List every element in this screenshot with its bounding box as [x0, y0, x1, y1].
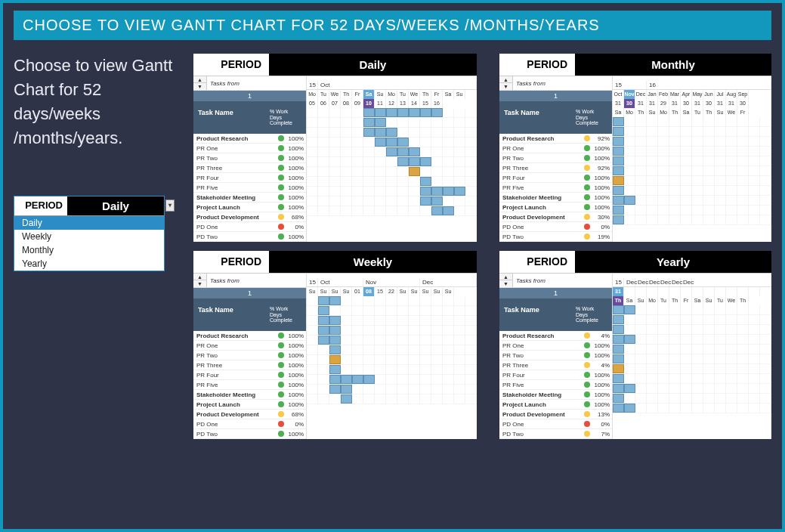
- gantt-cell: [341, 138, 352, 147]
- task-row: Product Research92%: [499, 134, 612, 144]
- gantt-cell: [443, 167, 454, 176]
- gantt-cell: [443, 118, 454, 127]
- chevron-down-icon[interactable]: ▾: [165, 200, 175, 212]
- task-pct: 0%: [286, 224, 306, 230]
- gantt-cell: [443, 206, 454, 215]
- gantt-h2: Fr: [352, 90, 363, 99]
- gantt-cell: [409, 385, 420, 394]
- gantt-cell: [341, 365, 352, 374]
- gantt-cell: [386, 157, 397, 166]
- gantt-cell: [341, 345, 352, 354]
- gantt-cell: [703, 156, 715, 165]
- gantt-cell: [409, 355, 420, 364]
- dropdown-item-monthly[interactable]: Monthly: [14, 243, 164, 257]
- nav-down-icon[interactable]: ▼: [193, 83, 206, 90]
- gantt-cell: [669, 127, 681, 136]
- gantt-cell: [443, 375, 454, 384]
- gantt-cell: [363, 345, 375, 354]
- gantt-h2: 08: [363, 287, 375, 296]
- gantt-cell: [454, 365, 465, 374]
- nav-up-icon[interactable]: ▲: [193, 76, 206, 83]
- gantt-cell: [749, 404, 760, 413]
- gantt-cell: [760, 374, 771, 383]
- gantt-cell: [726, 384, 737, 393]
- nav-down-icon[interactable]: ▼: [193, 280, 206, 287]
- gantt-cell: [692, 394, 703, 403]
- gantt-cell: [692, 127, 703, 136]
- status-dot: [584, 135, 590, 141]
- gantt-cell: [647, 364, 658, 373]
- gantt-cell: [749, 305, 760, 314]
- gantt-cell: [409, 336, 420, 345]
- gantt-cell: [375, 147, 386, 156]
- gantt-cell: [352, 108, 363, 117]
- gantt-cell: [307, 196, 318, 206]
- gantt-h2: We: [409, 90, 420, 99]
- gantt-cell: [624, 166, 635, 175]
- gantt-cell: [647, 176, 658, 185]
- gantt-cell: [386, 345, 397, 354]
- gantt-h2: Dec: [635, 90, 647, 99]
- gantt-cell: [737, 147, 749, 156]
- gantt-cell: [431, 196, 443, 206]
- gantt-cell: [749, 374, 760, 383]
- dropdown-item-weekly[interactable]: Weekly: [14, 230, 164, 243]
- gantt-cell: [363, 306, 375, 315]
- gantt-cell: [635, 335, 647, 344]
- gantt-h2: Su: [420, 287, 431, 296]
- gantt-cell: [726, 345, 737, 354]
- period-dropdown[interactable]: PERIOD Daily ▾ Daily Weekly Monthly Year…: [14, 196, 165, 271]
- gantt-cell: [454, 326, 465, 335]
- gantt-cell: [737, 206, 749, 215]
- gantt-cell: [431, 128, 443, 137]
- gantt-cell: [635, 196, 647, 205]
- dropdown-item-daily[interactable]: Daily: [14, 216, 164, 230]
- gantt-cell: [647, 117, 658, 126]
- gantt-cell: [375, 128, 386, 137]
- gantt-cell: [443, 196, 454, 206]
- gantt-cell: [375, 296, 386, 305]
- gantt-h3: Tu: [715, 296, 726, 305]
- task-name: PR Two: [499, 155, 582, 162]
- gantt-cell: [669, 394, 681, 403]
- gantt-cell: [635, 117, 647, 126]
- gantt-cell: [737, 394, 749, 403]
- nav-up-icon[interactable]: ▲: [193, 274, 206, 280]
- gantt-cell: [624, 176, 635, 185]
- dropdown-value[interactable]: Daily ▾: [67, 196, 164, 215]
- task-row: PR One100%: [193, 341, 306, 351]
- gantt-cell: [420, 306, 431, 315]
- nav-up-icon[interactable]: ▲: [499, 274, 512, 280]
- status-dot: [584, 352, 590, 358]
- gantt-row: [613, 384, 771, 394]
- gantt-cell: [318, 355, 329, 364]
- gantt-h1: Oct: [318, 278, 363, 286]
- gantt-cell: [703, 404, 715, 413]
- gantt-row: [613, 335, 771, 345]
- gantt-cell: [397, 118, 409, 127]
- task-pct: 100%: [286, 342, 306, 349]
- task-name: Stakeholder Meeting: [193, 391, 276, 398]
- gantt-cell: [454, 147, 465, 156]
- gantt-cell: [409, 147, 420, 156]
- task-pct: 100%: [592, 204, 612, 211]
- gantt-h3: 31: [715, 99, 726, 108]
- gantt-cell: [715, 394, 726, 403]
- task-name: PD One: [193, 224, 276, 230]
- nav-down-icon[interactable]: ▼: [499, 83, 512, 90]
- gantt-cell: [647, 305, 658, 314]
- gantt-cell: [658, 394, 669, 403]
- gantt-cell: [703, 305, 715, 314]
- gantt-h3-day: Fr: [737, 108, 749, 117]
- status-dot: [278, 224, 284, 230]
- gantt-cell: [352, 157, 363, 166]
- gantt-cell: [635, 384, 647, 393]
- dropdown-item-yearly[interactable]: Yearly: [14, 257, 164, 271]
- gantt-row: [307, 128, 477, 138]
- nav-down-icon[interactable]: ▼: [499, 280, 512, 287]
- status-dot: [584, 401, 590, 407]
- nav-up-icon[interactable]: ▲: [499, 76, 512, 83]
- gantt-cell: [669, 384, 681, 393]
- task-name: PR Three: [499, 362, 582, 369]
- gantt-cell: [329, 196, 341, 206]
